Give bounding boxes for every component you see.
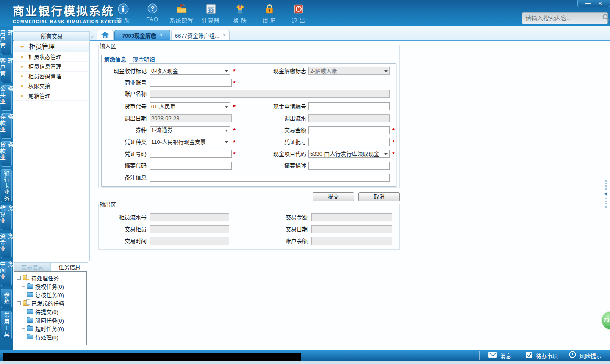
system-config-button[interactable]: 系统配置 — [167, 3, 196, 24]
close-button[interactable]: ✕ — [598, 0, 602, 6]
nav-item-teller-password[interactable]: 柜员密码管理 — [14, 72, 89, 81]
section-title: 输出区 — [100, 200, 116, 208]
required-mark: * — [233, 67, 236, 75]
field-label: 调出日期 — [99, 114, 147, 122]
field-label: 备注信息 — [99, 174, 147, 182]
sidebar-item-customer-mgmt[interactable]: 客户管理 — [1, 58, 12, 83]
folder-icon — [27, 326, 33, 331]
trade-amount-output — [311, 213, 392, 221]
tree-node-to-submit[interactable]: 待提交(0) — [14, 307, 86, 316]
required-mark: * — [392, 138, 395, 146]
close-icon[interactable]: × — [160, 32, 163, 38]
field-label: 账户余额 — [238, 237, 308, 245]
trade-amount-input[interactable] — [308, 126, 390, 134]
messages-button[interactable]: 消息 — [488, 350, 511, 361]
search-icon[interactable] — [602, 14, 610, 23]
bullet-icon — [21, 66, 23, 68]
folder-icon — [27, 284, 33, 289]
field-label: 账户名称 — [99, 90, 147, 98]
sidebar-item-bankcard-biz[interactable]: 银行卡业务 — [1, 169, 12, 202]
tree-node-to-process[interactable]: 待处理(0) — [14, 333, 86, 341]
tree-node-pending-tasks[interactable]: 待处理任务 — [14, 273, 86, 282]
sidebar-item-settlement-biz[interactable]: 结算业务 — [1, 205, 12, 230]
voucher-batch-no-input[interactable] — [308, 138, 390, 146]
sidebar-item-deposit-biz[interactable]: 存款业务 — [1, 113, 12, 139]
folder-icon — [27, 309, 33, 314]
tab-label: 7003现金解缴 — [122, 31, 156, 39]
tree-node-timeout-tasks[interactable]: 超时任务(0) — [14, 324, 86, 333]
tab-submission-info[interactable]: 解缴信息 — [101, 55, 129, 64]
nav-header[interactable]: 所有交易 — [14, 32, 89, 41]
tab-transaction-info[interactable]: 交易信息 — [14, 262, 51, 271]
sidebar-item-intermediate-biz[interactable]: 中间业务 — [1, 261, 12, 286]
field-label: 凭证号码 — [99, 150, 147, 158]
collapse-minus-icon[interactable] — [17, 276, 21, 280]
help-button[interactable]: 帮 助 — [108, 3, 138, 24]
tree-node-rejected-tasks[interactable]: 驳回任务(0) — [14, 316, 86, 324]
lock-screen-button[interactable]: 锁 屏 — [255, 3, 284, 24]
todo-button[interactable]: 待办事项 — [525, 350, 558, 361]
field-label: 交易金额 — [238, 126, 306, 134]
field-label: 凭证种类 — [99, 138, 147, 146]
summary-desc-input[interactable] — [308, 162, 390, 170]
tree-node-auth-tasks[interactable]: 授权任务(0) — [14, 282, 86, 290]
summary-code-input[interactable] — [150, 162, 232, 170]
remark-input[interactable] — [150, 174, 390, 182]
bottom-strip — [0, 361, 610, 364]
section-title: 输入区 — [100, 41, 116, 50]
sidebar-item-user-mgmt[interactable]: 用户管理 — [1, 30, 12, 55]
cash-item-code-select[interactable]: 5330-由人行发行库领取现金 — [308, 150, 390, 158]
field-label: 货币代号 — [99, 102, 147, 110]
tab-home[interactable] — [97, 30, 114, 40]
required-mark: * — [233, 79, 236, 87]
sidebar-item-public-biz[interactable]: 公共业务 — [1, 85, 12, 111]
nav-item-teller-info[interactable]: 柜员信息管理 — [14, 62, 89, 72]
cash-request-no-input[interactable] — [308, 102, 390, 110]
faq-button[interactable]: ? FAQ — [138, 3, 167, 24]
sidebar-item-parameters[interactable]: 参数 — [1, 289, 12, 308]
tab-cash-submission[interactable]: 7003现金解缴 × — [114, 30, 170, 40]
help-icon — [117, 3, 130, 15]
required-mark: * — [233, 150, 236, 158]
voucher-type-select[interactable]: 110-人民银行现金支票 — [150, 138, 230, 146]
tab-fund-account-group[interactable]: 6677资金账户组... × — [171, 30, 230, 40]
calculator-button[interactable]: 计算器 — [196, 3, 225, 24]
required-mark: * — [233, 138, 236, 146]
cancel-button[interactable]: 取消 — [358, 192, 400, 201]
panel-collapse-handle[interactable] — [603, 177, 608, 211]
currency-code-select[interactable]: 01-人民币 — [150, 102, 230, 110]
close-icon[interactable]: × — [223, 32, 226, 38]
app-subtitle: COMMERCIAL BANK SIMULATION SYSTEM — [13, 19, 122, 24]
field-label: 现金解缴标志 — [238, 67, 306, 75]
exit-button[interactable]: 退 出 — [284, 3, 313, 24]
sidebar-item-fund-biz[interactable]: 资金业务 — [1, 233, 12, 258]
field-label: 券种 — [99, 126, 147, 134]
tab-task-info[interactable]: 任务信息 — [51, 262, 88, 271]
tree-node-review-tasks[interactable]: 复核任务(0) — [14, 290, 86, 299]
change-skin-button[interactable]: 换 肤 — [225, 3, 255, 24]
nav-item-authority-handover[interactable]: 权限交接 — [14, 81, 89, 91]
panel-collapse-icon[interactable] — [91, 36, 94, 40]
statusbar-divider — [479, 351, 480, 360]
interbank-account-input[interactable] — [150, 79, 232, 87]
tab-cash-detail[interactable]: 现金明细 — [131, 56, 157, 63]
cash-pay-flag-select[interactable]: 0-收入现金 — [150, 67, 230, 75]
drag-dots-icon — [605, 180, 607, 190]
sidebar-item-loan-biz[interactable]: 贷款业务 — [1, 141, 12, 167]
submit-button[interactable]: 提交 — [313, 192, 354, 201]
field-label: 摘要描述 — [238, 162, 306, 170]
collapse-minus-icon[interactable] — [17, 301, 21, 305]
sidebar-item-common-tools[interactable]: 常用工具 — [1, 311, 12, 339]
nav-item-cashbox-mgmt[interactable]: 尾箱管理 — [14, 91, 89, 101]
risk-alert-button[interactable]: 风险提示 — [568, 350, 602, 361]
bullet-icon — [21, 95, 23, 97]
trade-date-output — [311, 225, 392, 233]
nav-item-teller-status[interactable]: 柜员状态管理 — [14, 52, 89, 62]
chevron-down-icon — [384, 153, 388, 155]
search-input[interactable] — [525, 15, 602, 22]
note-type-select[interactable]: 1-流通券 — [150, 126, 230, 134]
nav-group-teller-mgmt[interactable]: 柜员管理 — [14, 41, 89, 52]
minimize-button[interactable]: — — [585, 0, 591, 6]
voucher-no-input[interactable] — [150, 150, 232, 158]
tree-node-initiated-tasks[interactable]: 已发起的任务 — [14, 299, 86, 307]
